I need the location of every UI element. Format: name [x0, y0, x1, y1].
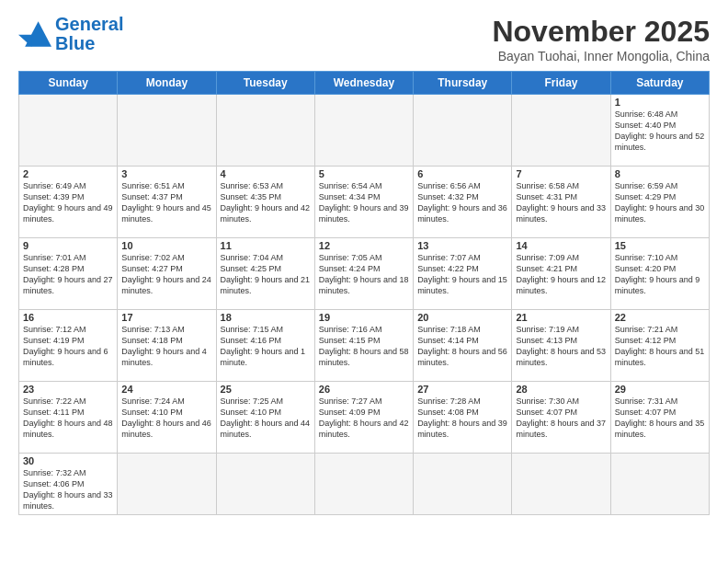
day-cell: 19Sunrise: 7:16 AM Sunset: 4:15 PM Dayli… — [314, 310, 413, 382]
day-number: 12 — [319, 240, 409, 251]
day-number: 2 — [23, 168, 113, 179]
day-cell: 5Sunrise: 6:54 AM Sunset: 4:34 PM Daylig… — [314, 167, 413, 238]
day-cell — [216, 454, 314, 515]
day-number: 13 — [417, 240, 507, 251]
day-cell: 26Sunrise: 7:27 AM Sunset: 4:09 PM Dayli… — [314, 382, 413, 454]
week-row-5: 23Sunrise: 7:22 AM Sunset: 4:11 PM Dayli… — [19, 382, 710, 454]
day-number: 5 — [319, 168, 409, 179]
day-info: Sunrise: 7:27 AM Sunset: 4:09 PM Dayligh… — [319, 396, 409, 441]
month-title: November 2025 — [492, 15, 710, 49]
week-row-6: 30Sunrise: 7:32 AM Sunset: 4:06 PM Dayli… — [19, 454, 710, 515]
day-cell — [314, 95, 413, 167]
day-cell: 24Sunrise: 7:24 AM Sunset: 4:10 PM Dayli… — [118, 382, 216, 454]
day-cell: 22Sunrise: 7:21 AM Sunset: 4:12 PM Dayli… — [610, 310, 709, 382]
day-number: 18 — [221, 312, 311, 323]
day-number: 20 — [417, 312, 507, 323]
day-info: Sunrise: 7:02 AM Sunset: 4:27 PM Dayligh… — [121, 252, 211, 297]
week-row-2: 2Sunrise: 6:49 AM Sunset: 4:39 PM Daylig… — [19, 167, 710, 238]
day-cell: 18Sunrise: 7:15 AM Sunset: 4:16 PM Dayli… — [216, 310, 314, 382]
day-cell: 6Sunrise: 6:56 AM Sunset: 4:32 PM Daylig… — [414, 167, 512, 238]
day-number: 19 — [319, 312, 409, 323]
logo-text: GeneralBlue — [55, 15, 123, 53]
day-info: Sunrise: 6:58 AM Sunset: 4:31 PM Dayligh… — [516, 180, 606, 225]
day-info: Sunrise: 7:04 AM Sunset: 4:25 PM Dayligh… — [221, 252, 311, 297]
day-info: Sunrise: 7:13 AM Sunset: 4:18 PM Dayligh… — [121, 324, 211, 369]
day-info: Sunrise: 6:48 AM Sunset: 4:40 PM Dayligh… — [615, 109, 705, 154]
day-cell — [19, 95, 118, 167]
day-info: Sunrise: 7:07 AM Sunset: 4:22 PM Dayligh… — [417, 252, 507, 297]
day-info: Sunrise: 7:12 AM Sunset: 4:19 PM Dayligh… — [23, 324, 113, 369]
day-number: 28 — [516, 384, 606, 395]
day-cell: 3Sunrise: 6:51 AM Sunset: 4:37 PM Daylig… — [118, 167, 216, 238]
day-number: 15 — [615, 240, 705, 251]
day-number: 30 — [23, 455, 113, 466]
day-number: 29 — [615, 384, 705, 395]
day-cell: 25Sunrise: 7:25 AM Sunset: 4:10 PM Dayli… — [216, 382, 314, 454]
day-cell: 4Sunrise: 6:53 AM Sunset: 4:35 PM Daylig… — [216, 167, 314, 238]
day-cell: 16Sunrise: 7:12 AM Sunset: 4:19 PM Dayli… — [19, 310, 118, 382]
week-row-1: 1Sunrise: 6:48 AM Sunset: 4:40 PM Daylig… — [19, 95, 710, 167]
day-info: Sunrise: 7:30 AM Sunset: 4:07 PM Dayligh… — [516, 396, 606, 441]
day-info: Sunrise: 7:15 AM Sunset: 4:16 PM Dayligh… — [221, 324, 311, 369]
title-block: November 2025 Bayan Tuohai, Inner Mongol… — [492, 15, 710, 63]
day-number: 8 — [615, 168, 705, 179]
day-cell — [216, 95, 314, 167]
day-number: 22 — [615, 312, 705, 323]
day-cell — [610, 454, 709, 515]
weekday-header-row: SundayMondayTuesdayWednesdayThursdayFrid… — [19, 72, 710, 95]
weekday-header-sunday: Sunday — [19, 72, 118, 95]
day-number: 14 — [516, 240, 606, 251]
day-info: Sunrise: 6:56 AM Sunset: 4:32 PM Dayligh… — [417, 180, 507, 225]
week-row-4: 16Sunrise: 7:12 AM Sunset: 4:19 PM Dayli… — [19, 310, 710, 382]
day-info: Sunrise: 7:05 AM Sunset: 4:24 PM Dayligh… — [319, 252, 409, 297]
day-info: Sunrise: 7:01 AM Sunset: 4:28 PM Dayligh… — [23, 252, 113, 297]
day-cell: 1Sunrise: 6:48 AM Sunset: 4:40 PM Daylig… — [610, 95, 709, 167]
day-info: Sunrise: 7:19 AM Sunset: 4:13 PM Dayligh… — [516, 324, 606, 369]
day-cell — [118, 454, 216, 515]
calendar: SundayMondayTuesdayWednesdayThursdayFrid… — [18, 71, 710, 515]
day-cell — [512, 454, 610, 515]
day-cell: 12Sunrise: 7:05 AM Sunset: 4:24 PM Dayli… — [314, 238, 413, 310]
day-cell: 10Sunrise: 7:02 AM Sunset: 4:27 PM Dayli… — [118, 238, 216, 310]
day-cell: 8Sunrise: 6:59 AM Sunset: 4:29 PM Daylig… — [610, 167, 709, 238]
day-cell — [414, 95, 512, 167]
weekday-header-monday: Monday — [118, 72, 216, 95]
day-cell: 2Sunrise: 6:49 AM Sunset: 4:39 PM Daylig… — [19, 167, 118, 238]
day-cell: 27Sunrise: 7:28 AM Sunset: 4:08 PM Dayli… — [414, 382, 512, 454]
day-number: 23 — [23, 384, 113, 395]
location: Bayan Tuohai, Inner Mongolia, China — [492, 49, 710, 63]
day-cell: 21Sunrise: 7:19 AM Sunset: 4:13 PM Dayli… — [512, 310, 610, 382]
day-info: Sunrise: 7:16 AM Sunset: 4:15 PM Dayligh… — [319, 324, 409, 369]
day-number: 10 — [121, 240, 211, 251]
day-cell: 23Sunrise: 7:22 AM Sunset: 4:11 PM Dayli… — [19, 382, 118, 454]
day-number: 9 — [23, 240, 113, 251]
day-info: Sunrise: 6:53 AM Sunset: 4:35 PM Dayligh… — [221, 180, 311, 225]
day-cell: 15Sunrise: 7:10 AM Sunset: 4:20 PM Dayli… — [610, 238, 709, 310]
day-info: Sunrise: 7:10 AM Sunset: 4:20 PM Dayligh… — [615, 252, 705, 297]
header: GeneralBlue November 2025 Bayan Tuohai, … — [18, 15, 710, 63]
day-number: 26 — [319, 384, 409, 395]
day-number: 11 — [221, 240, 311, 251]
day-cell — [414, 454, 512, 515]
day-number: 1 — [615, 97, 705, 108]
weekday-header-tuesday: Tuesday — [216, 72, 314, 95]
day-cell — [314, 454, 413, 515]
day-info: Sunrise: 7:18 AM Sunset: 4:14 PM Dayligh… — [417, 324, 507, 369]
day-number: 17 — [121, 312, 211, 323]
day-cell: 29Sunrise: 7:31 AM Sunset: 4:07 PM Dayli… — [610, 382, 709, 454]
weekday-header-thursday: Thursday — [414, 72, 512, 95]
day-info: Sunrise: 7:31 AM Sunset: 4:07 PM Dayligh… — [615, 396, 705, 441]
day-info: Sunrise: 6:59 AM Sunset: 4:29 PM Dayligh… — [615, 180, 705, 225]
weekday-header-wednesday: Wednesday — [314, 72, 413, 95]
day-number: 16 — [23, 312, 113, 323]
day-cell: 28Sunrise: 7:30 AM Sunset: 4:07 PM Dayli… — [512, 382, 610, 454]
day-info: Sunrise: 7:24 AM Sunset: 4:10 PM Dayligh… — [121, 396, 211, 441]
weekday-header-friday: Friday — [512, 72, 610, 95]
day-number: 21 — [516, 312, 606, 323]
day-cell: 9Sunrise: 7:01 AM Sunset: 4:28 PM Daylig… — [19, 238, 118, 310]
generalblue-icon — [18, 21, 51, 47]
day-info: Sunrise: 7:22 AM Sunset: 4:11 PM Dayligh… — [23, 396, 113, 441]
day-cell: 20Sunrise: 7:18 AM Sunset: 4:14 PM Dayli… — [414, 310, 512, 382]
day-info: Sunrise: 7:25 AM Sunset: 4:10 PM Dayligh… — [221, 396, 311, 441]
day-number: 4 — [221, 168, 311, 179]
